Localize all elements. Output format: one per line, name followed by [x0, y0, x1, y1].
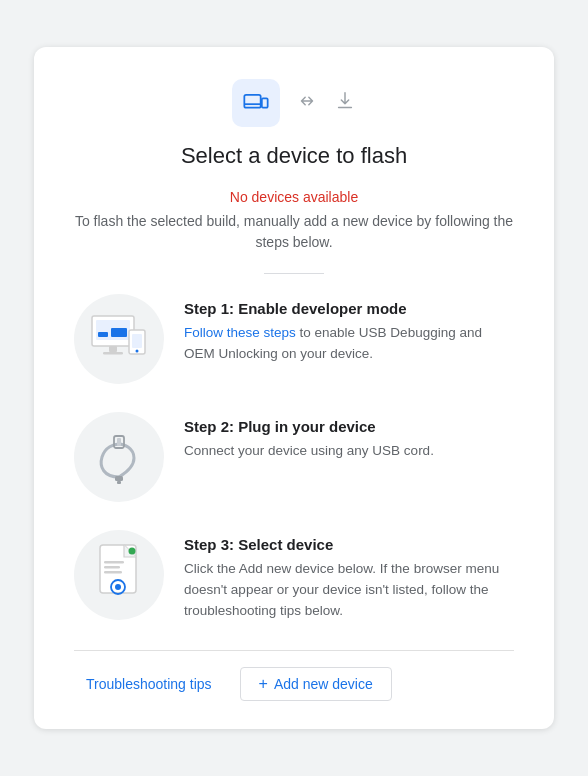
- download-icon: [334, 90, 356, 116]
- top-icons: [74, 79, 514, 127]
- step-2-icon: [74, 412, 164, 502]
- follow-these-steps-link[interactable]: Follow these steps: [184, 325, 296, 340]
- svg-rect-15: [117, 481, 121, 484]
- step-1-text: Step 1: Enable developer mode Follow the…: [184, 294, 514, 365]
- svg-rect-20: [104, 571, 122, 574]
- step-2-description: Connect your device using any USB cord.: [184, 441, 514, 462]
- step-2-title: Step 2: Plug in your device: [184, 418, 514, 435]
- svg-rect-5: [98, 332, 108, 337]
- add-new-device-button[interactable]: + Add new device: [240, 667, 392, 701]
- svg-rect-1: [262, 98, 268, 107]
- step-3: Step 3: Select device Click the Add new …: [74, 530, 514, 622]
- svg-point-11: [136, 350, 139, 353]
- divider: [264, 273, 324, 274]
- no-devices-description: To flash the selected build, manually ad…: [74, 211, 514, 253]
- step-1-description: Follow these steps to enable USB Debuggi…: [184, 323, 514, 365]
- plus-icon: +: [259, 676, 268, 692]
- step-3-title: Step 3: Select device: [184, 536, 514, 553]
- footer: Troubleshooting tips + Add new device: [74, 650, 514, 701]
- step-1: Step 1: Enable developer mode Follow the…: [74, 294, 514, 384]
- page-title: Select a device to flash: [74, 143, 514, 169]
- svg-rect-18: [104, 561, 124, 564]
- step-2: Step 2: Plug in your device Connect your…: [74, 412, 514, 502]
- step-1-icon: [74, 294, 164, 384]
- step-1-title: Step 1: Enable developer mode: [184, 300, 514, 317]
- svg-rect-19: [104, 566, 120, 569]
- troubleshooting-tips-button[interactable]: Troubleshooting tips: [74, 668, 224, 700]
- arrow-icon: [296, 90, 318, 116]
- svg-rect-14: [115, 476, 123, 481]
- step-3-text: Step 3: Select device Click the Add new …: [184, 530, 514, 622]
- step-2-text: Step 2: Plug in your device Connect your…: [184, 412, 514, 462]
- svg-rect-6: [111, 328, 127, 337]
- svg-rect-10: [132, 334, 142, 348]
- svg-point-17: [129, 548, 136, 555]
- add-device-label: Add new device: [274, 676, 373, 692]
- step-3-description: Click the Add new device below. If the b…: [184, 559, 514, 622]
- device-icon: [232, 79, 280, 127]
- svg-rect-7: [109, 346, 117, 352]
- step-3-icon: [74, 530, 164, 620]
- svg-rect-8: [103, 352, 123, 355]
- no-devices-label: No devices available: [74, 189, 514, 205]
- main-card: Select a device to flash No devices avai…: [34, 47, 554, 729]
- no-devices-section: No devices available To flash the select…: [74, 189, 514, 253]
- svg-rect-13: [117, 438, 121, 446]
- svg-point-22: [115, 584, 121, 590]
- svg-rect-0: [244, 95, 260, 108]
